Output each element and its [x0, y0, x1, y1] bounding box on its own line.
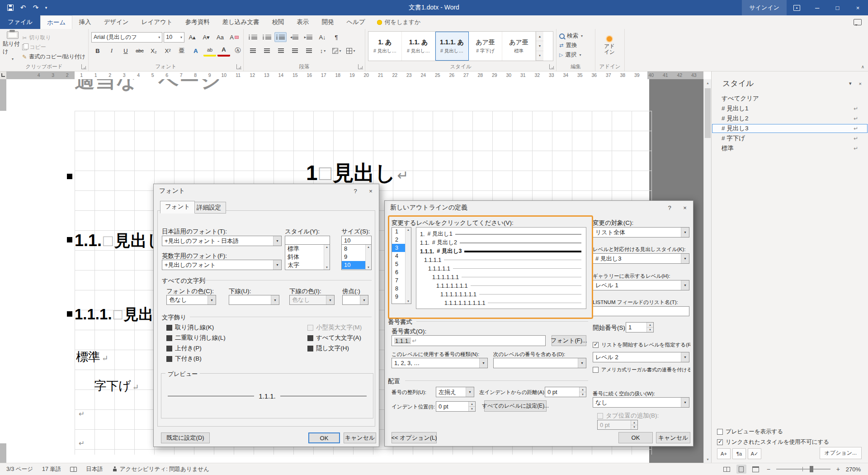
strikethrough-button[interactable]: abc [133, 46, 146, 56]
ribbon-display-options-button[interactable]: ▴ [787, 0, 807, 15]
strikethrough-checkbox[interactable]: 取り消し線(K) [166, 323, 214, 332]
italic-button[interactable]: I [105, 46, 118, 56]
small-caps-checkbox[interactable]: 小型英大文字(M) [307, 323, 362, 332]
listnum-input[interactable] [593, 306, 689, 316]
copy-button[interactable]: コピー [22, 43, 85, 51]
style-inspector-button[interactable]: ¶a [732, 448, 746, 459]
zoom-level[interactable]: 270% [846, 466, 861, 473]
restart-level-combo[interactable]: レベル 2▾ [593, 352, 689, 362]
format-painter-button[interactable]: ✎ 書式のコピー/貼り付け [22, 53, 85, 61]
subscript-button[interactable]: X₂ [147, 46, 160, 56]
bold-button[interactable]: B [91, 46, 104, 56]
style-gallery-item[interactable]: あア亜 # 字下げ [469, 32, 502, 61]
clear-formatting-button[interactable]: A [228, 32, 241, 42]
style-input[interactable] [285, 236, 330, 245]
indent-at-spinner[interactable]: 0 pt ▲▼ [436, 401, 476, 412]
redo-button[interactable]: ↷ [30, 2, 42, 14]
hidden-checkbox[interactable]: 隠し文字(H) [307, 344, 349, 352]
tab-help[interactable]: ヘルプ [340, 15, 371, 29]
listbox-scrollbar[interactable]: ▲▼ [324, 245, 330, 270]
set-as-default-button[interactable]: 既定に設定(D) [161, 432, 210, 443]
word-count[interactable]: 17 単語 [38, 463, 66, 475]
underline-button[interactable]: U [119, 46, 132, 56]
font-tab[interactable]: フォント [160, 201, 195, 214]
less-options-button[interactable]: << オプション(L) [392, 432, 437, 443]
maximize-button[interactable]: □ [827, 0, 848, 15]
language-indicator[interactable]: 日本語 [81, 463, 108, 475]
scroll-down-arrow[interactable]: ▼ [326, 266, 328, 269]
gallery-scroll-down[interactable]: ▼ [536, 41, 543, 51]
zoom-slider[interactable] [776, 469, 830, 470]
style-option[interactable]: 斜体 [285, 253, 330, 261]
select-button[interactable]: ▷ 選択 ▾ [559, 50, 592, 60]
legal-numbering-checkbox[interactable]: アメリカ式リーガル書式の連番を付ける(G) [593, 366, 690, 373]
subscript-checkbox[interactable]: 下付き(B) [166, 355, 202, 363]
superscript-checkbox[interactable]: 上付き(P) [166, 344, 202, 352]
dialog-help-button[interactable]: ? [348, 185, 363, 197]
multilevel-list-button[interactable] [274, 32, 287, 42]
emphasis-combo[interactable]: ▾ [342, 295, 368, 305]
scroll-down-arrow[interactable]: ▼ [407, 300, 410, 303]
grow-font-button[interactable]: A▴ [186, 32, 198, 42]
spin-down-icon[interactable]: ▼ [580, 392, 586, 397]
spinner-arrows[interactable]: ▲▼ [646, 323, 653, 332]
spinner-arrows[interactable]: ▲▼ [579, 387, 586, 397]
show-preview-checkbox[interactable]: プレビューを表示する [717, 428, 783, 436]
styles-dialog-launcher[interactable] [549, 64, 554, 69]
shading-button[interactable]: ▾ [330, 46, 343, 56]
print-layout-button[interactable] [736, 465, 746, 474]
minimize-button[interactable]: ─ [807, 0, 827, 15]
number-style-combo[interactable]: 1, 2, 3, …▾ [392, 358, 488, 368]
spin-up-icon[interactable]: ▲ [580, 387, 586, 392]
cancel-button[interactable]: キャンセル [344, 432, 376, 443]
aligned-at-spinner[interactable]: 0 pt ▲▼ [545, 387, 586, 397]
show-formatting-marks-button[interactable]: ¶ [330, 32, 343, 42]
replace-button[interactable]: ⇄ 置換 [559, 41, 592, 50]
style-item-heading2[interactable]: # 見出し2↵ [712, 114, 868, 124]
style-option[interactable]: 太字 [285, 261, 330, 269]
tab-home[interactable]: ホーム [40, 15, 72, 29]
horizontal-ruler[interactable]: 4321123456789101112131415161718192021222… [6, 71, 703, 79]
line-spacing-button[interactable]: ↕▾ [316, 46, 329, 56]
number-font-button[interactable]: フォント(F)... [552, 335, 586, 346]
spin-down-icon[interactable]: ▼ [469, 406, 475, 411]
distribute-button[interactable] [302, 46, 315, 56]
all-caps-checkbox[interactable]: すべて大文字(A) [307, 334, 361, 342]
cut-button[interactable]: ✂ 切り取り [22, 34, 85, 42]
change-case-button[interactable]: Aa [214, 32, 226, 42]
dialog-close-button[interactable]: × [677, 201, 693, 214]
increase-indent-button[interactable]: ▸ [302, 32, 315, 42]
borders-button[interactable]: ▾ [344, 46, 357, 56]
style-gallery-item[interactable]: 1. あ # 見出し… [368, 32, 402, 61]
include-level-combo[interactable]: ▾ [493, 358, 586, 368]
tab-view[interactable]: 表示 [290, 15, 315, 29]
link-style-combo[interactable]: # 見出し3▾ [593, 253, 689, 264]
vertical-scrollbar[interactable]: ▲ ▼ [703, 79, 712, 463]
dialog-close-button[interactable]: × [363, 185, 378, 197]
scroll-up-arrow[interactable]: ▲ [407, 228, 410, 231]
font-color-button[interactable]: A [217, 45, 230, 57]
accessibility-status[interactable]: アクセシビリティ: 問題ありません [108, 463, 214, 475]
highlight-button[interactable]: ab [203, 45, 216, 57]
align-left-button[interactable] [246, 46, 259, 56]
cancel-button[interactable]: キャンセル [656, 432, 690, 443]
listbox-scrollbar[interactable]: ▲▼ [365, 245, 371, 270]
scroll-up-arrow[interactable]: ▲ [326, 246, 328, 248]
new-style-button[interactable]: A+ [717, 448, 731, 459]
underline-color-combo[interactable]: 色なし▾ [289, 295, 335, 305]
size-input[interactable]: 10 [341, 236, 372, 245]
bullets-button[interactable] [246, 32, 259, 42]
manage-styles-button[interactable]: A✓ [748, 448, 761, 459]
latin-font-combo[interactable]: +見出しのフォント▾ [162, 260, 282, 270]
start-at-spinner[interactable]: 1 ▲▼ [626, 322, 654, 332]
scroll-up-arrow[interactable]: ▲ [704, 79, 712, 86]
collapse-ribbon-button[interactable]: ∧ [861, 64, 864, 69]
scroll-down-arrow[interactable]: ▼ [367, 266, 370, 269]
sort-button[interactable]: A↓ [316, 32, 329, 42]
page-indicator[interactable]: 3/3 ページ [0, 463, 38, 475]
gallery-level-combo[interactable]: レベル 1▾ [593, 280, 689, 290]
spinner-arrows[interactable]: ▲▼ [468, 402, 475, 411]
align-right-button[interactable] [274, 46, 287, 56]
style-item-indent[interactable]: # 字下げ↵ [712, 133, 868, 143]
save-button[interactable] [5, 2, 16, 14]
